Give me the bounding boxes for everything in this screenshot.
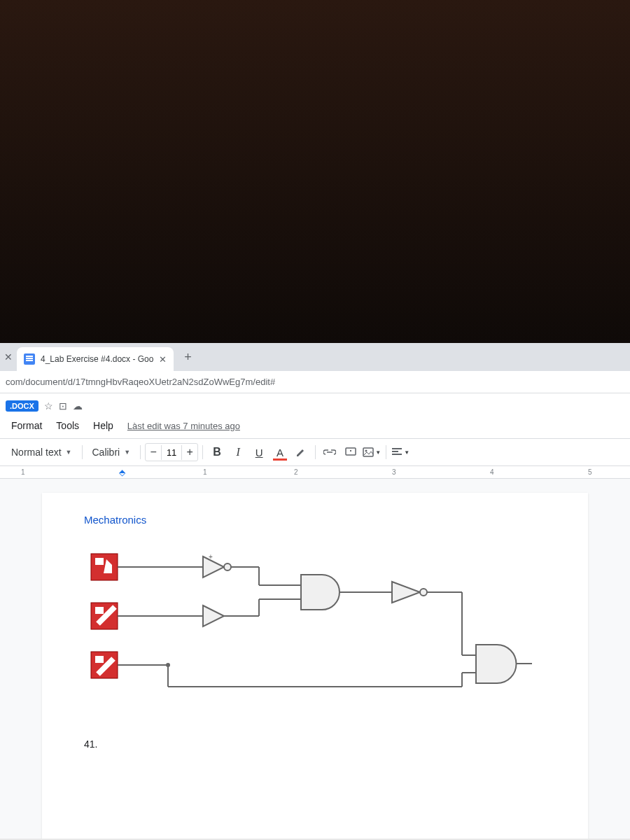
ruler-mark: 5	[588, 468, 592, 476]
svg-point-2	[365, 450, 368, 452]
menu-format[interactable]: Format	[6, 417, 48, 434]
svg-point-21	[420, 589, 427, 596]
cloud-icon[interactable]: ☁	[73, 400, 83, 412]
toolbar: Normal text ▼ Calibri ▼ − 11 + B I U A	[0, 438, 630, 466]
font-select[interactable]: Calibri ▼	[87, 444, 136, 461]
svg-rect-8	[95, 656, 104, 663]
chevron-down-icon: ▼	[124, 449, 130, 456]
svg-rect-6	[95, 607, 104, 614]
svg-rect-4	[95, 558, 104, 565]
ruler[interactable]: 1 ⬘ 1 2 3 4 5	[0, 466, 630, 479]
tab-strip: ✕ 4_Lab Exercise #4.docx - Goo ✕ +	[0, 343, 630, 371]
photo-dark-area	[0, 0, 630, 343]
chevron-down-icon: ▼	[404, 449, 410, 456]
font-size-input[interactable]: 11	[161, 445, 182, 460]
document-canvas[interactable]: Mechatronics	[0, 479, 630, 839]
browser-tab[interactable]: 4_Lab Exercise #4.docx - Goo ✕	[17, 347, 174, 371]
ruler-mark: 3	[392, 468, 396, 476]
page: Mechatronics	[42, 493, 588, 839]
align-icon	[391, 447, 402, 457]
chevron-down-icon: ▼	[375, 449, 381, 456]
decrease-font-button[interactable]: −	[146, 444, 161, 461]
separator	[82, 445, 83, 459]
separator	[202, 445, 203, 459]
circuit-diagram-image[interactable]: +	[84, 547, 546, 710]
ruler-mark: 4	[490, 468, 494, 476]
insert-image-button[interactable]: ▼	[362, 442, 382, 462]
separator	[386, 445, 386, 459]
menu-tools[interactable]: Tools	[50, 417, 85, 434]
docx-badge: .DOCX	[6, 400, 38, 412]
svg-rect-3	[91, 554, 118, 580]
title-row: .DOCX ☆ ⊡ ☁	[6, 396, 624, 416]
new-tab-button[interactable]: +	[178, 347, 197, 367]
list-number[interactable]: 41.	[84, 738, 546, 750]
increase-font-button[interactable]: +	[182, 444, 197, 461]
docs-header: .DOCX ☆ ⊡ ☁ Format Tools Help Làst edit …	[0, 393, 630, 438]
add-comment-button[interactable]	[341, 442, 360, 462]
font-size-control: − 11 +	[145, 443, 198, 461]
underline-button[interactable]: U	[249, 442, 269, 462]
close-tab-icon[interactable]: ✕	[159, 354, 167, 365]
image-icon	[363, 447, 374, 458]
document-heading[interactable]: Mechatronics	[84, 514, 546, 526]
paragraph-style-select[interactable]: Normal text ▼	[6, 444, 78, 461]
svg-text:+: +	[209, 553, 213, 561]
logic-circuit: +	[84, 547, 532, 708]
svg-point-30	[166, 663, 170, 667]
address-bar[interactable]: com/document/d/17tmngHbvRaqeoXUetr2aN2sd…	[0, 371, 630, 393]
font-label: Calibri	[92, 447, 120, 458]
text-color-button[interactable]: A	[270, 442, 290, 462]
comment-icon	[345, 447, 356, 458]
svg-point-12	[224, 564, 231, 570]
browser-window: ✕ 4_Lab Exercise #4.docx - Goo ✕ + com/d…	[0, 343, 630, 840]
ruler-mark: 2	[294, 468, 298, 476]
tab-title: 4_Lab Exercise #4.docx - Goo	[41, 354, 153, 364]
menu-bar: Format Tools Help Làst edit was 7 minute…	[6, 416, 624, 435]
ruler-mark: 1	[203, 468, 207, 476]
ruler-mark: 1	[21, 468, 25, 476]
insert-link-button[interactable]	[320, 442, 340, 462]
prev-tab-close-icon[interactable]: ✕	[0, 343, 17, 371]
paragraph-style-label: Normal text	[11, 447, 62, 458]
bold-button[interactable]: B	[207, 442, 227, 462]
link-icon	[323, 448, 336, 456]
separator	[140, 445, 141, 459]
italic-button[interactable]: I	[228, 442, 248, 462]
separator	[315, 445, 316, 459]
last-edit-link[interactable]: Làst edit was 7 minutes ago	[127, 421, 240, 431]
star-icon[interactable]: ☆	[44, 400, 53, 412]
align-button[interactable]: ▼	[391, 442, 410, 462]
chevron-down-icon: ▼	[66, 449, 72, 456]
url-text: com/document/d/17tmngHbvRaqeoXUetr2aN2sd…	[6, 377, 275, 387]
highlighter-icon	[295, 447, 307, 458]
menu-help[interactable]: Help	[88, 417, 119, 434]
move-icon[interactable]: ⊡	[59, 400, 67, 412]
highlight-button[interactable]	[291, 442, 311, 462]
docs-favicon	[24, 354, 35, 365]
indent-marker-icon[interactable]: ⬘	[119, 468, 125, 477]
